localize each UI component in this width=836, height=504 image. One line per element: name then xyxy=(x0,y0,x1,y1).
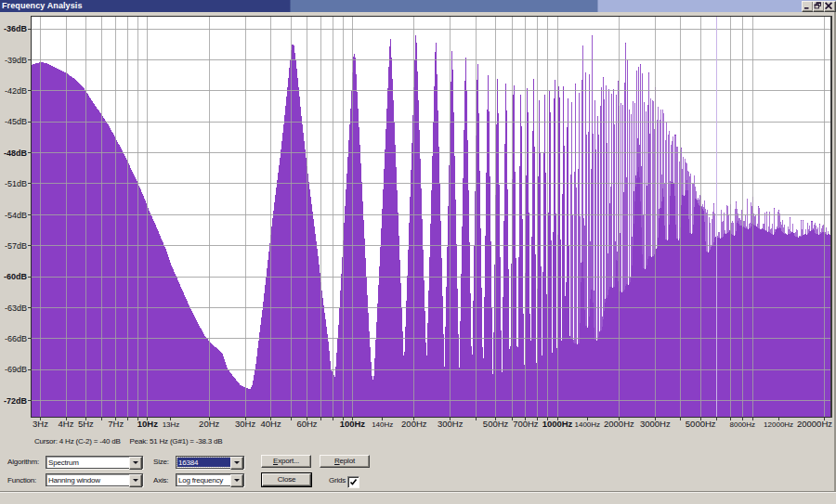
svg-text:-57dB: -57dB xyxy=(5,241,27,251)
svg-text:-54dB: -54dB xyxy=(5,211,27,220)
svg-text:-36dB: -36dB xyxy=(4,24,28,33)
svg-text:30Hz: 30Hz xyxy=(235,419,255,429)
svg-text:3Hz: 3Hz xyxy=(33,419,48,429)
svg-text:500Hz: 500Hz xyxy=(483,419,509,429)
svg-text:200Hz: 200Hz xyxy=(401,419,427,429)
svg-text:3000Hz: 3000Hz xyxy=(640,419,671,429)
svg-text:1400Hz: 1400Hz xyxy=(575,420,601,429)
svg-text:4Hz: 4Hz xyxy=(59,419,74,429)
svg-text:20Hz: 20Hz xyxy=(199,419,219,429)
svg-text:-48dB: -48dB xyxy=(4,149,28,158)
svg-text:5000Hz: 5000Hz xyxy=(686,419,716,429)
svg-text:13Hz: 13Hz xyxy=(163,420,180,429)
svg-text:-63dB: -63dB xyxy=(5,304,27,313)
svg-text:-69dB: -69dB xyxy=(5,365,27,374)
svg-text:10Hz: 10Hz xyxy=(137,419,158,429)
svg-text:-45dB: -45dB xyxy=(5,117,27,126)
svg-text:-72dB: -72dB xyxy=(4,396,28,406)
svg-text:100Hz: 100Hz xyxy=(340,419,366,429)
svg-text:40Hz: 40Hz xyxy=(261,419,281,429)
svg-text:-51dB: -51dB xyxy=(5,179,27,188)
svg-text:-39dB: -39dB xyxy=(5,56,27,65)
svg-text:-60dB: -60dB xyxy=(4,272,28,281)
svg-text:60Hz: 60Hz xyxy=(296,419,317,429)
svg-text:700Hz: 700Hz xyxy=(513,419,539,429)
svg-text:-42dB: -42dB xyxy=(5,86,27,96)
svg-text:-66dB: -66dB xyxy=(5,334,27,343)
svg-text:1000Hz: 1000Hz xyxy=(542,419,573,429)
svg-text:300Hz: 300Hz xyxy=(438,419,464,429)
svg-text:12000Hz: 12000Hz xyxy=(764,420,793,429)
svg-text:7Hz: 7Hz xyxy=(108,419,124,429)
svg-text:20000Hz: 20000Hz xyxy=(797,419,832,429)
svg-text:5Hz: 5Hz xyxy=(78,419,94,429)
svg-text:140Hz: 140Hz xyxy=(372,420,393,429)
svg-text:8000Hz: 8000Hz xyxy=(730,420,756,429)
svg-text:2000Hz: 2000Hz xyxy=(604,419,634,429)
